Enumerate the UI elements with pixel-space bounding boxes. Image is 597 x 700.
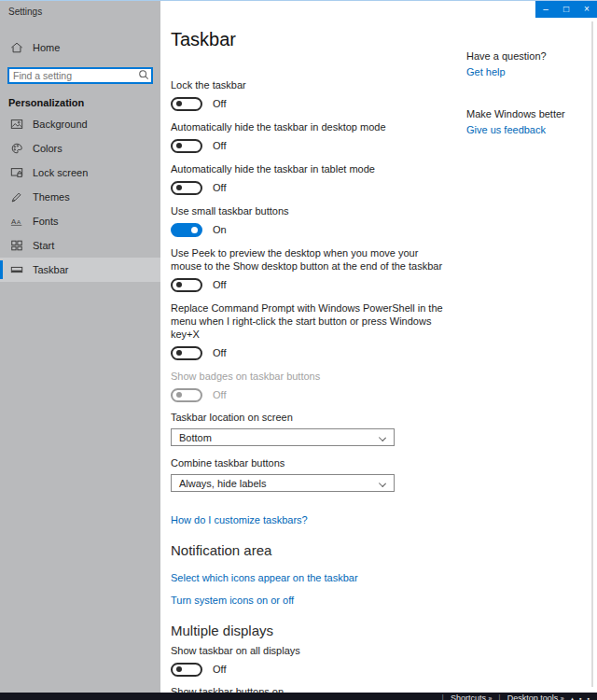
dropdown-label: Combine taskbar buttons	[171, 457, 459, 469]
page-title: Taskbar	[171, 29, 459, 50]
taskbar-location-dropdown[interactable]: Bottom	[171, 428, 395, 446]
dropdown-value: Always, hide labels	[179, 478, 267, 489]
toggle-state: Off	[213, 347, 226, 358]
settings-window: Settings Home Personalization Background…	[0, 0, 597, 700]
toolbar-chevron-icon[interactable]: »	[488, 695, 492, 700]
sidebar-item-themes[interactable]: Themes	[0, 185, 160, 209]
setting-group-autohide-desktop: Automatically hide the taskbar in deskto…	[171, 120, 459, 154]
sidebar: Settings Home Personalization Background…	[0, 1, 160, 693]
window-controls: – □ ×	[535, 1, 597, 18]
background-icon	[10, 118, 23, 131]
setting-label: Show taskbar on all displays	[171, 644, 451, 657]
setting-label: Show badges on taskbar buttons	[171, 370, 451, 383]
multiple-displays-heading: Multiple displays	[171, 623, 459, 638]
toggle-state: On	[213, 224, 227, 235]
powershell-toggle[interactable]	[171, 346, 202, 360]
sidebar-item-colors[interactable]: Colors	[0, 136, 160, 161]
close-button[interactable]: ×	[576, 1, 597, 18]
toggle-state: Off	[213, 182, 226, 193]
setting-group-combine: Combine taskbar buttons Always, hide lab…	[171, 457, 459, 492]
lock-screen-icon	[10, 166, 23, 179]
sidebar-item-label: Themes	[33, 191, 70, 203]
sidebar-item-label: Colors	[33, 143, 62, 154]
svg-text:A: A	[11, 217, 17, 226]
setting-label: Automatically hide the taskbar in tablet…	[171, 162, 451, 175]
app-title: Settings	[0, 1, 160, 17]
setting-label: Replace Command Prompt with Windows Powe…	[171, 301, 451, 341]
sidebar-item-start[interactable]: Start	[0, 233, 160, 258]
toggle-state: Off	[213, 279, 226, 290]
maximize-button[interactable]: □	[556, 1, 576, 18]
toggle-state: Off	[213, 140, 226, 151]
sidebar-section-header: Personalization	[8, 97, 160, 108]
setting-label: Automatically hide the taskbar in deskto…	[171, 120, 451, 133]
sidebar-item-label: Fonts	[33, 216, 59, 227]
setting-group-show-all-displays: Show taskbar on all displays Off	[171, 644, 459, 678]
taskbar-icon	[10, 263, 23, 276]
sidebar-item-taskbar[interactable]: Taskbar	[0, 258, 160, 282]
setting-label: Lock the taskbar	[171, 78, 451, 91]
sidebar-item-label: Lock screen	[33, 167, 88, 178]
help-column: Have a question? Get help Make Windows b…	[466, 50, 592, 135]
chevron-down-icon	[379, 480, 386, 487]
make-windows-better-heading: Make Windows better	[466, 108, 592, 119]
sidebar-item-lock-screen[interactable]: Lock screen	[0, 161, 160, 185]
dropdown-label: Taskbar location on screen	[171, 412, 459, 423]
os-taskbar[interactable]: | Shortcuts » | Desktop tools » ▴ ▪ ▪	[0, 693, 597, 700]
search-box	[7, 66, 153, 84]
toggle-state: Off	[213, 664, 226, 675]
give-feedback-link[interactable]: Give us feedback	[466, 124, 546, 135]
sidebar-item-fonts[interactable]: AA Fonts	[0, 209, 160, 233]
taskbar-toolbar-shortcuts[interactable]: Shortcuts »	[451, 693, 492, 700]
setting-group-small-buttons: Use small taskbar buttons On	[171, 204, 459, 238]
minimize-button[interactable]: –	[535, 1, 556, 18]
toggle-state: Off	[213, 98, 226, 109]
setting-label: Use Peek to preview the desktop when you…	[171, 246, 451, 273]
maximize-icon: □	[563, 5, 569, 14]
system-icons-link[interactable]: Turn system icons on or off	[171, 595, 294, 606]
setting-group-location: Taskbar location on screen Bottom	[171, 412, 459, 446]
notification-area-heading: Notification area	[171, 542, 459, 558]
combine-buttons-dropdown[interactable]: Always, hide labels	[171, 474, 395, 492]
sidebar-item-label: Background	[33, 119, 88, 130]
customize-taskbars-link[interactable]: How do I customize taskbars?	[171, 514, 308, 525]
fonts-icon: AA	[10, 215, 23, 228]
select-icons-link[interactable]: Select which icons appear on the taskbar	[171, 572, 358, 583]
taskbar-toolbar-desktop-tools[interactable]: Desktop tools »	[507, 693, 564, 700]
chevron-down-icon	[379, 434, 386, 441]
setting-group-lock-taskbar: Lock the taskbar Off	[171, 78, 459, 112]
toggle-state: Off	[213, 389, 226, 400]
toolbar-chevron-icon[interactable]: »	[561, 695, 564, 700]
lock-taskbar-toggle[interactable]	[171, 97, 202, 111]
autohide-tablet-toggle[interactable]	[171, 181, 202, 195]
setting-group-autohide-tablet: Automatically hide the taskbar in tablet…	[171, 162, 459, 196]
dropdown-value: Bottom	[179, 432, 212, 443]
sidebar-home-label: Home	[33, 42, 60, 53]
small-buttons-toggle[interactable]	[171, 223, 202, 237]
sidebar-item-label: Taskbar	[33, 264, 69, 275]
start-icon	[10, 239, 23, 252]
setting-label: Use small taskbar buttons	[171, 204, 451, 217]
badges-toggle	[171, 388, 202, 402]
sidebar-item-home[interactable]: Home	[10, 37, 160, 58]
themes-icon	[10, 190, 23, 203]
svg-text:A: A	[17, 218, 21, 225]
sidebar-item-background[interactable]: Background	[0, 112, 160, 136]
minimize-icon: –	[543, 5, 548, 14]
search-icon[interactable]	[138, 69, 149, 80]
taskbar-separator: |	[498, 693, 500, 700]
home-icon	[10, 41, 23, 54]
show-all-displays-toggle[interactable]	[171, 663, 202, 677]
get-help-link[interactable]: Get help	[466, 66, 506, 77]
autohide-desktop-toggle[interactable]	[171, 139, 202, 153]
setting-group-powershell: Replace Command Prompt with Windows Powe…	[171, 301, 459, 361]
close-icon: ×	[584, 5, 590, 14]
colors-icon	[10, 142, 23, 155]
peek-toggle[interactable]	[171, 278, 202, 292]
search-input[interactable]	[7, 67, 153, 84]
setting-group-peek: Use Peek to preview the desktop when you…	[171, 246, 459, 293]
sidebar-item-label: Start	[33, 240, 54, 251]
taskbar-separator: |	[442, 693, 444, 700]
system-tray-icons[interactable]: ▴ ▪ ▪	[571, 693, 591, 700]
have-question-heading: Have a question?	[466, 50, 592, 62]
